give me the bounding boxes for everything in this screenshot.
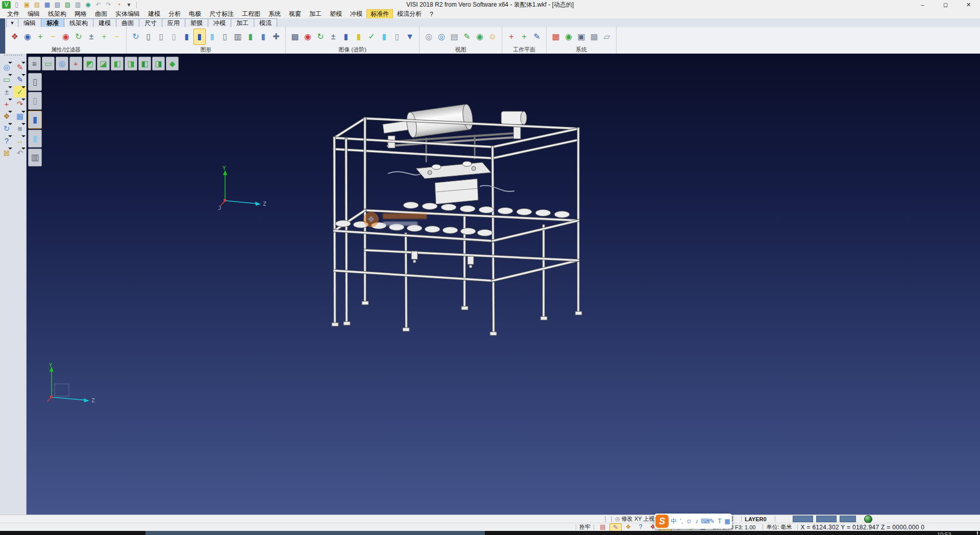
view-right-icon[interactable]: ◨ [152,57,165,70]
render-pair-cylinder-icon[interactable]: ▮ [257,29,270,45]
workplane-edit-icon[interactable]: ✎ [531,29,543,45]
render-green-cylinder-icon[interactable]: ▮ [244,29,257,45]
menu-item-14[interactable]: 塑模 [326,9,346,19]
menu-item-10[interactable]: 工程图 [238,9,264,19]
remove-from-view-icon[interactable]: − [111,29,123,45]
system-settings-icon[interactable]: ▣ [575,29,587,45]
dock-grip[interactable] [4,55,22,59]
ucs-axis-icon[interactable]: + [1,98,13,110]
confirm-icon[interactable]: ✓ [14,86,26,98]
display-hidden-line-icon[interactable]: ▯ [28,92,42,110]
view-top-icon[interactable]: ◩ [83,57,96,70]
color-swatch-1[interactable] [793,516,813,522]
globe-icon[interactable] [864,515,872,523]
undo-arrow-icon[interactable]: ↶ [14,147,26,159]
menu-item-15[interactable]: 冲模 [346,9,366,19]
new-file-icon[interactable]: ▯ [12,1,21,9]
erase-icon[interactable]: ✎ [14,61,26,73]
ime-skin-icon[interactable]: T [716,517,723,525]
wireframe-cylinder-icon[interactable]: ▯ [142,29,155,45]
add-to-view-icon[interactable]: + [98,29,110,45]
zoom-dynamic-icon[interactable]: ◎ [56,57,68,70]
validate-solid-icon[interactable]: ✓ [365,29,378,45]
flat-cylinder-icon[interactable]: ▯ [219,29,231,45]
system-colors-icon[interactable]: ▦ [550,29,562,45]
ime-punct-icon[interactable]: ’, [678,517,685,525]
zoom-extents-icon[interactable]: ± [1,86,13,98]
ribbon-tab-8[interactable]: 冲模 [208,18,231,27]
preview-icon[interactable]: ◉ [84,1,92,9]
measure-icon[interactable]: ↔ [14,135,26,147]
lock-toggle[interactable]: 拴牢 [579,523,591,531]
undo-icon[interactable]: ↶ [94,1,103,9]
menu-item-7[interactable]: 分析 [164,9,185,19]
open-file-icon[interactable]: ▣ [22,1,31,9]
image-traffic-light-icon[interactable]: ◉ [302,29,314,45]
import-file-icon[interactable]: ▤ [33,1,41,9]
ribbon-tab-0[interactable]: 编辑 [18,18,41,27]
tab-dropdown-button[interactable]: ▼ [6,18,18,27]
solid-blue-cylinder-icon[interactable]: ▮ [340,29,352,45]
ime-emoji-icon[interactable]: ☺ [685,517,693,525]
display-wireframe-icon[interactable]: ▯ [28,73,42,91]
hidden-line-cylinder-icon[interactable]: ▯ [155,29,167,45]
help-icon[interactable]: ? [1,135,13,147]
cone-icon[interactable]: ▼ [404,29,416,45]
save-icon[interactable]: ▦ [43,1,52,9]
save-as-icon[interactable]: ▧ [53,1,62,9]
image-toggle-icon[interactable]: ± [327,29,339,45]
viewport-layout-icon[interactable]: ▦ [14,110,26,122]
shaded-cylinder-icon[interactable]: ▮ [181,29,193,45]
maximize-button[interactable]: ◻ [934,0,957,10]
image-refresh-icon[interactable]: ↻ [314,29,327,45]
minimize-button[interactable]: – [911,0,934,10]
menu-item-18[interactable]: ? [426,10,437,18]
view-front-icon[interactable]: ◧ [111,57,124,70]
ime-lang-icon[interactable]: 中 [670,517,677,525]
display-shaded-icon[interactable]: ▮ [28,111,42,129]
ime-toolbox-icon[interactable]: ▦ [724,517,731,525]
filter-traffic-light-icon[interactable]: ◉ [60,29,72,45]
hatched-cylinder-icon[interactable]: ▥ [232,29,244,45]
toggle-visibility-icon[interactable]: ± [85,29,97,45]
menu-item-1[interactable]: 编辑 [23,9,44,19]
ribbon-tab-2[interactable]: 线架构 [64,18,93,27]
refresh-visibility-icon[interactable]: ↻ [72,29,85,45]
transparent-cylinder-icon[interactable]: ▮ [206,29,218,45]
sketch-curve-icon[interactable]: ✎ [14,74,26,85]
wire-solid-icon[interactable]: ▯ [391,29,403,45]
view-smiley-icon[interactable]: ☺ [486,29,499,45]
ime-voice-icon[interactable]: ♪ [693,517,700,525]
ribbon-tab-1[interactable]: 标准 [41,18,64,27]
zoom-fit-icon[interactable]: ▭ [42,57,55,70]
ribbon-tab-5[interactable]: 尺寸 [139,18,162,27]
menu-item-13[interactable]: 加工 [305,9,326,19]
ribbon-tab-9[interactable]: 加工 [231,18,254,27]
color-swatch-3[interactable] [840,516,856,522]
view-attributes-icon[interactable]: ◉ [21,29,34,45]
ribbon-tab-6[interactable]: 应用 [162,18,185,27]
sogou-logo-icon[interactable]: S [655,515,669,528]
display-transparent-icon[interactable]: ▮ [28,130,42,148]
system-plane-icon[interactable]: ▱ [601,29,613,45]
dashed-cylinder-icon[interactable]: ▯ [168,29,180,45]
zoom-view-icon[interactable]: ◎ [1,61,13,73]
workplane-axes-icon[interactable]: + [505,29,518,45]
print-icon[interactable]: ▥ [74,1,82,9]
units-label[interactable]: 单位: 毫米 [766,523,792,531]
zoom-previous-icon[interactable]: ◎ [423,29,435,45]
system-grid-icon[interactable]: ▩ [588,29,600,45]
ime-handwrite-icon[interactable]: ✎ [708,517,716,525]
visi-logo-icon[interactable]: V [2,1,11,9]
regenerate-icon[interactable]: ↻ [130,29,142,45]
menu-item-8[interactable]: 电极 [185,9,205,19]
system-display-icon[interactable]: ◉ [562,29,575,45]
workplane-align-icon[interactable]: + [518,29,530,45]
context-help-icon[interactable]: ? [635,523,646,530]
status-grip[interactable] [605,517,612,522]
menu-item-3[interactable]: 网格 [70,9,91,19]
view-bottom-icon[interactable]: ◪ [97,57,110,70]
menu-item-0[interactable]: 文件 [3,9,23,19]
assembly-3d-model[interactable] [311,92,602,357]
history-icon[interactable]: ◔ [114,1,123,9]
